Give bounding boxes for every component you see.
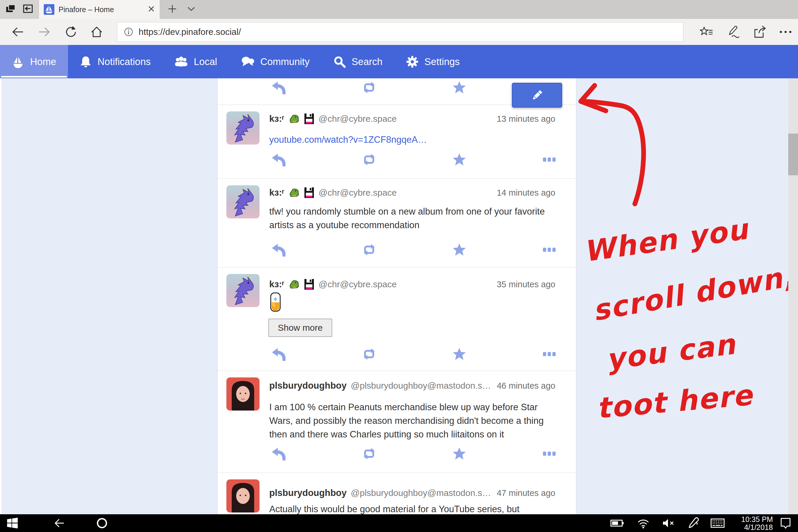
back-button[interactable] bbox=[11, 25, 24, 38]
windows-taskbar: 10:35 PM 4/1/2018 bbox=[0, 514, 798, 532]
forward-button[interactable] bbox=[38, 25, 51, 38]
avatar[interactable] bbox=[226, 111, 260, 145]
set-aside-tabs-button[interactable] bbox=[6, 4, 16, 15]
tab-list-dropdown-button[interactable] bbox=[187, 6, 196, 13]
reply-button[interactable] bbox=[269, 347, 288, 361]
nav-item-settings[interactable]: Settings bbox=[394, 45, 471, 78]
timestamp[interactable]: 13 minutes ago bbox=[497, 114, 555, 124]
display-name[interactable]: plsburydoughboy bbox=[269, 380, 347, 391]
info-icon[interactable] bbox=[124, 27, 133, 37]
cortana-button[interactable] bbox=[93, 514, 111, 532]
nav-item-home[interactable]: Home bbox=[0, 45, 68, 78]
action-center-icon bbox=[780, 517, 791, 529]
nav-item-search[interactable]: Search bbox=[322, 45, 395, 78]
search-icon bbox=[334, 56, 346, 68]
taskbar-back-button[interactable] bbox=[50, 514, 68, 532]
nav-label: Local bbox=[194, 56, 217, 68]
avatar[interactable] bbox=[226, 185, 260, 218]
show-more-button[interactable]: Show more bbox=[268, 319, 332, 337]
floppy-disk-emoji bbox=[304, 187, 315, 198]
address-bar[interactable]: https://dev.pinafore.social/ bbox=[117, 22, 683, 42]
timestamp[interactable]: 14 minutes ago bbox=[497, 188, 555, 198]
more-options-button[interactable] bbox=[540, 347, 559, 361]
reply-button[interactable] bbox=[269, 242, 288, 257]
timestamp[interactable]: 47 minutes ago bbox=[497, 488, 555, 498]
action-center-button[interactable] bbox=[777, 514, 795, 532]
web-note-button[interactable] bbox=[726, 25, 740, 38]
tab-bar-left-buttons bbox=[0, 0, 39, 19]
tab-title: Pinafore – Home bbox=[58, 5, 144, 14]
battery-status[interactable] bbox=[608, 514, 626, 532]
tab-preview-button[interactable] bbox=[22, 4, 33, 15]
boost-button[interactable] bbox=[360, 80, 379, 95]
avatar[interactable] bbox=[226, 274, 260, 307]
volume-status[interactable] bbox=[660, 514, 678, 532]
pencil-icon bbox=[531, 89, 544, 102]
display-name[interactable]: kз:ʳ bbox=[269, 187, 284, 198]
display-name[interactable]: kз:ʳ bbox=[269, 279, 284, 290]
favorites-button[interactable] bbox=[700, 25, 713, 38]
boost-button[interactable] bbox=[360, 242, 379, 257]
scrollbar-thumb[interactable] bbox=[788, 134, 798, 175]
home-button[interactable] bbox=[90, 25, 103, 38]
favorite-button[interactable] bbox=[450, 80, 469, 95]
avatar[interactable] bbox=[226, 377, 260, 411]
user-handle[interactable]: @plsburydoughboy@mastodon.s… bbox=[351, 488, 491, 498]
timestamp[interactable]: 46 minutes ago bbox=[497, 381, 555, 391]
favorite-button[interactable] bbox=[450, 347, 469, 361]
nav-item-notifications[interactable]: Notifications bbox=[68, 45, 163, 78]
page-content: kз:ʳ @chr@cybre.space 13 minutes ago bbox=[0, 78, 798, 514]
nav-item-community[interactable]: Community bbox=[229, 45, 322, 78]
user-handle[interactable]: @plsburydoughboy@mastodon.s… bbox=[351, 381, 491, 391]
favorite-button[interactable] bbox=[450, 446, 469, 461]
post-link[interactable]: youtube.com/watch?v=1ZCF8ngqeA… bbox=[269, 134, 427, 145]
tab-close-button[interactable] bbox=[148, 5, 155, 14]
battery-icon bbox=[610, 518, 624, 528]
refresh-button[interactable] bbox=[64, 25, 77, 38]
share-icon bbox=[753, 25, 766, 38]
window-left-edge bbox=[0, 78, 2, 514]
boost-icon bbox=[362, 447, 376, 460]
avatar[interactable] bbox=[226, 479, 260, 513]
share-button[interactable] bbox=[753, 25, 766, 38]
taskbar-clock[interactable]: 10:35 PM 4/1/2018 bbox=[726, 515, 773, 531]
reply-icon bbox=[271, 153, 285, 166]
compose-button[interactable] bbox=[512, 83, 562, 108]
post-header: plsburydoughboy @plsburydoughboy@mastodo… bbox=[269, 380, 555, 391]
post-header: plsburydoughboy @plsburydoughboy@mastodo… bbox=[269, 488, 555, 498]
annotation-arrow bbox=[581, 86, 644, 204]
reply-button[interactable] bbox=[269, 80, 288, 95]
display-name[interactable]: kз:ʳ bbox=[269, 114, 284, 124]
timestamp[interactable]: 35 minutes ago bbox=[497, 280, 555, 289]
reply-button[interactable] bbox=[269, 152, 288, 167]
touch-keyboard-button[interactable] bbox=[709, 514, 726, 532]
scrollbar[interactable] bbox=[788, 78, 798, 514]
user-handle[interactable]: @chr@cybre.space bbox=[319, 114, 397, 124]
boost-icon bbox=[362, 347, 376, 361]
user-handle[interactable]: @chr@cybre.space bbox=[319, 279, 397, 289]
user-handle[interactable]: @chr@cybre.space bbox=[319, 188, 397, 198]
more-options-button[interactable] bbox=[540, 242, 559, 257]
volume-muted-icon bbox=[662, 518, 675, 529]
boost-button[interactable] bbox=[360, 152, 379, 167]
more-options-button[interactable] bbox=[540, 446, 559, 461]
new-tab-button[interactable] bbox=[168, 4, 177, 15]
favorite-button[interactable] bbox=[450, 152, 469, 167]
display-name[interactable]: plsburydoughboy bbox=[269, 488, 347, 498]
more-dots-icon bbox=[542, 352, 556, 357]
back-arrow-icon bbox=[11, 25, 24, 38]
back-arrow-icon bbox=[53, 517, 65, 529]
nav-item-local[interactable]: Local bbox=[163, 45, 229, 78]
settings-and-more-button[interactable] bbox=[779, 25, 792, 38]
favorite-button[interactable] bbox=[450, 242, 469, 257]
pen-settings[interactable] bbox=[684, 514, 702, 532]
start-button[interactable] bbox=[3, 514, 21, 532]
browser-tab[interactable]: Pinafore – Home bbox=[39, 0, 159, 19]
more-options-button[interactable] bbox=[540, 152, 559, 167]
boost-button[interactable] bbox=[360, 446, 379, 461]
url-text[interactable]: https://dev.pinafore.social/ bbox=[139, 27, 241, 37]
boost-button[interactable] bbox=[360, 347, 379, 361]
post-text: I am 100 % certain Peanuts merchandise b… bbox=[269, 400, 560, 441]
reply-button[interactable] bbox=[269, 446, 288, 461]
network-status[interactable] bbox=[634, 514, 652, 532]
